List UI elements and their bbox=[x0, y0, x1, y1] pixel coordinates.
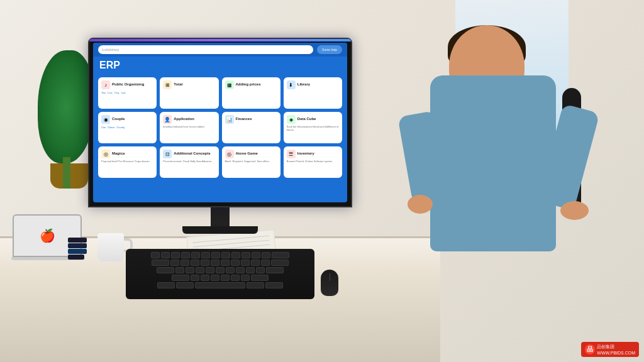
card-subtitle-12: Browse Printed. Ordera Software system bbox=[287, 160, 339, 163]
card-title-8: Data Cube bbox=[297, 117, 316, 121]
keyboard[interactable] bbox=[126, 249, 314, 299]
person bbox=[392, 25, 606, 339]
keyboard-row-3 bbox=[129, 267, 311, 273]
mouse[interactable] bbox=[321, 270, 338, 296]
search-input[interactable]: b.whirleherp bbox=[102, 48, 119, 52]
erp-header: ERP bbox=[93, 57, 347, 74]
erp-card-atone-game[interactable]: ◎ Atone Game Much. Required. Supported. … bbox=[222, 146, 280, 178]
erp-card-library[interactable]: ⬇ Library bbox=[284, 77, 342, 109]
key bbox=[211, 275, 219, 281]
key bbox=[211, 260, 219, 266]
brand-name: 品创集团 bbox=[597, 344, 635, 350]
coffee-mug bbox=[97, 233, 124, 265]
book-stack bbox=[68, 238, 90, 263]
erp-card-project-organising[interactable]: ♪ Public Organising Two Live T-by Live bbox=[98, 77, 157, 109]
key bbox=[221, 260, 230, 266]
key bbox=[241, 275, 250, 281]
key bbox=[241, 260, 250, 266]
key-alt bbox=[176, 282, 194, 288]
key bbox=[236, 267, 245, 273]
monitor-stand-base bbox=[182, 226, 258, 234]
key bbox=[161, 252, 170, 258]
key bbox=[251, 260, 260, 266]
card-title-3: Adding prices bbox=[236, 82, 261, 87]
erp-card-grid: ♪ Public Organising Two Live T-by Live bbox=[93, 74, 347, 181]
card-title-2: Total bbox=[174, 82, 182, 87]
erp-card-application[interactable]: 👤 Application benefity hallowed here hco… bbox=[160, 112, 218, 143]
key-spacebar bbox=[195, 282, 245, 288]
erp-search-bar[interactable]: b.whirleherp bbox=[98, 45, 313, 54]
card-icon-total: ⊞ bbox=[163, 80, 172, 89]
key bbox=[216, 267, 225, 273]
erp-card-finances[interactable]: 📊 Finances bbox=[222, 112, 280, 143]
person-body bbox=[430, 75, 556, 251]
key-enter-2 bbox=[266, 267, 284, 273]
monitor-screen-outer: b.whirleherp Some help ERP ♪ bbox=[88, 38, 352, 207]
card-icon-atone-game: ◎ bbox=[225, 150, 234, 158]
erp-card-couple[interactable]: ◉ Couple Cas Casce County bbox=[98, 112, 157, 143]
key-tab bbox=[152, 260, 169, 266]
key-ctrl-right bbox=[265, 282, 283, 288]
erp-card-data-cube[interactable]: ◈ Data Cube Such the left-advanced threa… bbox=[284, 112, 342, 143]
key bbox=[201, 252, 210, 258]
card-subtitle-9: Proposal level Prot Resource Traps alscu… bbox=[101, 160, 153, 163]
key bbox=[191, 275, 199, 281]
key-backspace bbox=[272, 252, 289, 258]
erp-topbar: b.whirleherp Some help bbox=[93, 43, 347, 57]
key-caps bbox=[157, 267, 174, 273]
card-links-1: Two Live T-by Live bbox=[101, 91, 153, 94]
key-ctrl bbox=[157, 282, 175, 288]
key bbox=[221, 275, 230, 281]
keyboard-row-1 bbox=[129, 252, 311, 258]
card-title-4: Library bbox=[297, 82, 310, 87]
key bbox=[180, 260, 189, 266]
card-icon-finances: 📊 bbox=[225, 115, 234, 124]
key bbox=[226, 267, 235, 273]
card-title-7: Finances bbox=[236, 117, 252, 121]
card-links-5: Cas Casce County bbox=[101, 126, 153, 129]
erp-card-magica[interactable]: ◎ Magica Proposal level Prot Resource Tr… bbox=[98, 146, 157, 178]
card-icon-application: 👤 bbox=[163, 115, 172, 124]
key bbox=[231, 260, 240, 266]
card-title-6: Application bbox=[174, 117, 194, 121]
key bbox=[186, 267, 194, 273]
keyboard-row-4 bbox=[129, 275, 311, 281]
erp-card-adding-prices[interactable]: ▦ Adding prices bbox=[222, 77, 280, 109]
erp-card-additional-concepts[interactable]: ⊡ Additional Concepts Proceed-several. O… bbox=[160, 146, 218, 178]
key bbox=[201, 275, 209, 281]
key bbox=[211, 252, 220, 258]
card-icon-music: ♪ bbox=[101, 80, 110, 89]
key bbox=[256, 267, 265, 273]
key bbox=[206, 267, 214, 273]
key bbox=[201, 260, 209, 266]
key bbox=[246, 267, 255, 273]
keyboard-row-2 bbox=[129, 260, 311, 266]
card-icon-library: ⬇ bbox=[287, 80, 296, 89]
apple-logo: 🍎 bbox=[40, 228, 55, 243]
card-subtitle-10: Proceed-several. Oncal Sally Sara Advanc… bbox=[163, 160, 215, 163]
key bbox=[262, 252, 270, 258]
person-left-hand bbox=[408, 195, 433, 214]
key-shift-left bbox=[172, 275, 189, 281]
keyboard-row-5 bbox=[129, 282, 311, 288]
monitor: b.whirleherp Some help ERP ♪ bbox=[88, 38, 352, 234]
key-shift-right bbox=[251, 275, 269, 281]
card-icon-additional-concepts: ⊡ bbox=[163, 150, 172, 158]
erp-card-inventory[interactable]: ☰ Inventory Browse Printed. Ordera Softw… bbox=[284, 146, 342, 178]
card-title-9: Magica bbox=[112, 151, 125, 156]
key bbox=[196, 267, 204, 273]
monitor-screen: b.whirleherp Some help ERP ♪ bbox=[93, 43, 347, 202]
erp-app[interactable]: b.whirleherp Some help ERP ♪ bbox=[93, 43, 347, 202]
key bbox=[261, 260, 270, 266]
watermark: 品 品创集团 WWW.PBIDS.COM bbox=[581, 342, 639, 357]
key-alt-right bbox=[247, 282, 264, 288]
search-button[interactable]: Some help bbox=[317, 45, 342, 54]
brand-url: WWW.PBIDS.COM bbox=[597, 351, 635, 355]
card-title-1: Public Organising bbox=[112, 82, 144, 87]
key bbox=[171, 252, 180, 258]
card-icon-couple: ◉ bbox=[101, 115, 110, 124]
key bbox=[175, 267, 184, 273]
erp-card-total[interactable]: ⊞ Total bbox=[160, 77, 218, 109]
card-subtitle-6: benefity hallowed here hcorex added bbox=[163, 125, 215, 128]
key bbox=[191, 252, 200, 258]
